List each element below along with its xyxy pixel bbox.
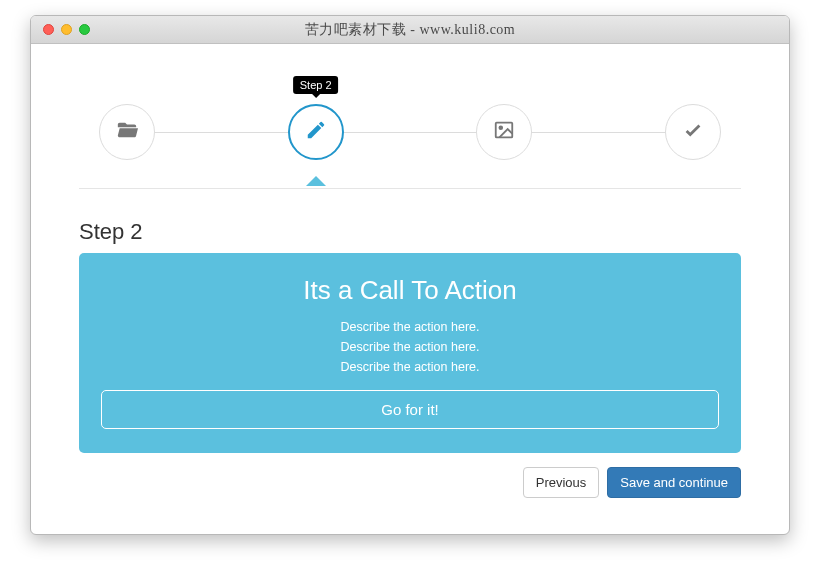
pencil-icon	[305, 119, 327, 145]
svg-point-1	[500, 126, 503, 129]
window-title: 苦力吧素材下载 - www.kuli8.com	[31, 21, 789, 39]
check-icon	[682, 119, 704, 145]
cta-line-3: Describe the action here.	[101, 360, 719, 374]
titlebar: 苦力吧素材下载 - www.kuli8.com	[31, 16, 789, 44]
step-3[interactable]	[476, 104, 532, 160]
save-continue-button[interactable]: Save and continue	[607, 467, 741, 498]
step-heading: Step 2	[79, 219, 741, 245]
cta-title: Its a Call To Action	[101, 275, 719, 306]
app-window: 苦力吧素材下载 - www.kuli8.com Step 2	[30, 15, 790, 535]
wizard-nav: Previous Save and continue	[79, 467, 741, 498]
step-1[interactable]	[99, 104, 155, 160]
wizard-stepper: Step 2	[79, 74, 741, 170]
step-4[interactable]	[665, 104, 721, 160]
content-area: Step 2 Step 2 Its a Call To Action	[31, 44, 789, 498]
divider	[79, 188, 741, 189]
image-icon	[493, 119, 515, 145]
folder-open-icon	[116, 119, 138, 145]
cta-line-2: Describe the action here.	[101, 340, 719, 354]
step-tooltip: Step 2	[293, 76, 339, 94]
previous-button[interactable]: Previous	[523, 467, 600, 498]
cta-button[interactable]: Go for it!	[101, 390, 719, 429]
active-step-arrow	[306, 176, 326, 186]
cta-panel: Its a Call To Action Describe the action…	[79, 253, 741, 453]
step-2[interactable]: Step 2	[288, 104, 344, 160]
stepper-line	[139, 132, 681, 133]
cta-line-1: Describe the action here.	[101, 320, 719, 334]
